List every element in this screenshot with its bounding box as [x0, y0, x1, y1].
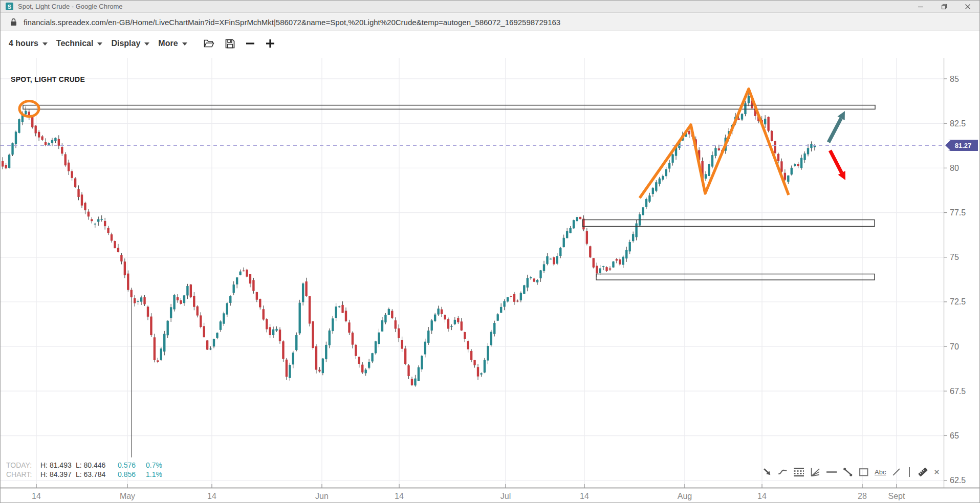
svg-text:14: 14 — [207, 492, 216, 500]
vertical-line-icon — [907, 467, 912, 477]
svg-text:82.5: 82.5 — [950, 119, 966, 128]
svg-text:14: 14 — [580, 492, 589, 500]
svg-text:14: 14 — [32, 492, 41, 500]
rectangle-icon — [859, 467, 869, 477]
chart-low: L: 63.784 — [76, 470, 107, 479]
horizontal-line-icon — [826, 467, 837, 477]
svg-text:May: May — [120, 492, 135, 500]
text-tool-button[interactable]: Abc — [875, 468, 886, 476]
svg-text:72.5: 72.5 — [950, 297, 966, 306]
diagonal-line-icon — [891, 467, 901, 477]
svg-text:85: 85 — [950, 75, 959, 83]
today-stats-row: TODAY: H: 81.493 L: 80.446 0.576 0.7% — [6, 461, 162, 470]
chart-label: CHART: — [6, 470, 40, 479]
chart-change: 0.856 — [107, 470, 136, 479]
chart-change-pct: 1.1% — [136, 470, 162, 479]
current-price-value: 81.27 — [955, 142, 972, 149]
chart-stats-row: CHART: H: 84.397 L: 63.784 0.856 1.1% — [6, 470, 162, 479]
svg-text:Jun: Jun — [315, 492, 329, 500]
measure-tool-button[interactable] — [918, 467, 928, 477]
svg-text:80: 80 — [950, 164, 959, 172]
chart-canvas[interactable]: 8582.58077.57572.57067.56562.514May14Jun… — [1, 1, 980, 503]
svg-text:67.5: 67.5 — [950, 387, 966, 396]
chart-symbol-title: SPOT, LIGHT CRUDE — [11, 75, 85, 83]
delete-drawing-button[interactable]: × — [934, 467, 939, 477]
drawing-toolbar: Abc × — [763, 467, 939, 477]
chart-high: H: 84.397 — [40, 470, 76, 479]
today-label: TODAY: — [6, 461, 40, 470]
price-stats: TODAY: H: 81.493 L: 80.446 0.576 0.7% CH… — [6, 461, 162, 479]
svg-text:62.5: 62.5 — [950, 476, 966, 485]
horizontal-line-tool-button[interactable] — [826, 467, 837, 477]
curve-icon — [778, 467, 788, 477]
freehand-tool-button[interactable] — [778, 467, 788, 477]
fib-retracement-tool-button[interactable] — [793, 467, 804, 477]
ruler-icon — [918, 467, 928, 477]
today-high: H: 81.493 — [40, 461, 76, 470]
svg-text:75: 75 — [950, 253, 959, 261]
svg-text:14: 14 — [757, 492, 767, 500]
svg-text:Jul: Jul — [500, 492, 511, 500]
svg-text:70: 70 — [950, 342, 959, 351]
svg-text:Sept: Sept — [888, 492, 905, 500]
fib-grid-icon — [793, 467, 804, 477]
rectangle-tool-button[interactable] — [859, 467, 869, 477]
svg-text:77.5: 77.5 — [950, 208, 966, 217]
fan-tool-button[interactable] — [810, 467, 820, 477]
svg-text:65: 65 — [950, 431, 959, 440]
svg-text:14: 14 — [395, 492, 404, 500]
today-change-pct: 0.7% — [136, 461, 162, 470]
browser-window: S Spot, Light Crude - Google Chrome — [0, 0, 980, 503]
pointer-tool-button[interactable] — [763, 467, 772, 477]
trendline-tool-button[interactable] — [843, 467, 853, 477]
trendline-icon — [843, 467, 853, 477]
current-price-tag: 81.27 — [945, 140, 978, 151]
vertical-line-tool-button[interactable] — [907, 467, 912, 477]
today-low: L: 80.446 — [76, 461, 107, 470]
today-change: 0.576 — [107, 461, 136, 470]
diagonal-line-tool-button[interactable] — [891, 467, 901, 477]
pointer-arrow-icon — [763, 467, 772, 477]
svg-text:Aug: Aug — [678, 492, 692, 500]
trend-fan-icon — [810, 467, 820, 477]
svg-text:28: 28 — [858, 492, 867, 500]
